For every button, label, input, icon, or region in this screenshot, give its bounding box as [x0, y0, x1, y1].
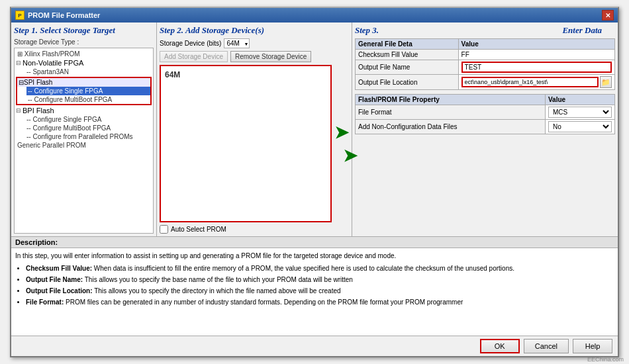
desc-bold-location: Output File Location:	[26, 287, 93, 295]
general-file-table: General File Deta Value Checksum Fill Va…	[355, 38, 615, 90]
desc-text-format: PROM files can be generated in any numbe…	[66, 298, 463, 306]
file-format-select-row: MCS BIN HEX	[548, 107, 612, 118]
flash-value-header: Value	[545, 95, 614, 105]
tree-item-configure-multiboot-fpga-spi[interactable]: -- Configure MultiBoot FPGA	[26, 95, 150, 104]
expand-icon: ⊟	[19, 79, 24, 86]
desc-text-location: This allows you to specify the directory…	[94, 287, 340, 295]
step2-arrow: ➤	[334, 122, 349, 143]
output-filename-input[interactable]	[461, 62, 612, 73]
tree-item-configure-single-fpga-spi[interactable]: -- Configure Single FPGA	[26, 87, 150, 95]
file-format-select[interactable]: MCS BIN HEX	[548, 107, 612, 118]
desc-bold-filename: Output File Name:	[26, 276, 83, 283]
nonvolatile-children: -- Spartan3AN	[16, 68, 152, 76]
step2-buttons: Add Storage Device Remove Storage Device	[160, 51, 349, 62]
tree-item-configure-multiboot-bpi[interactable]: -- Configure MultiBoot FPGA	[25, 124, 152, 132]
checksum-label: Checksum Fill Value	[356, 50, 459, 60]
output-filename-row: Output File Name	[356, 60, 615, 75]
bottom-bar: OK Cancel Help	[11, 336, 618, 356]
cancel-button[interactable]: Cancel	[524, 339, 569, 353]
description-item-location: Output File Location: This allows you to…	[26, 286, 614, 296]
device-bits-label: Storage Device (bits)	[160, 40, 221, 47]
desc-bold-format: File Format:	[26, 298, 64, 306]
device-list-item: 64M	[164, 69, 328, 81]
output-location-value: 📁	[458, 75, 614, 90]
tree-item-configure-single-bpi[interactable]: -- Configure Single FPGA	[25, 115, 152, 124]
folder-browse-button[interactable]: 📁	[600, 76, 612, 88]
auto-select-row: Auto Select PROM	[160, 225, 332, 234]
general-header: General File Deta	[356, 39, 459, 50]
tree-item-configure-paralleled[interactable]: -- Configure from Paralleled PROMs	[25, 132, 152, 141]
flash-prom-table: Flash/PROM File Property Value File Form…	[355, 94, 615, 134]
device-bits-row: Storage Device (bits) 64M 32M 16M 8M	[160, 38, 349, 48]
tree-item-spartan3an[interactable]: -- Spartan3AN	[25, 68, 152, 76]
step3-panel: Step 3. Enter Data ➤ General File Deta V…	[352, 23, 618, 236]
file-location-row: 📁	[461, 76, 612, 88]
nonvolatile-header[interactable]: ⊟ Non-Volatile FPGA	[16, 58, 152, 68]
output-filename-label: Output File Name	[356, 60, 459, 75]
file-format-row: File Format MCS BIN HEX	[356, 105, 615, 120]
add-storage-device-button[interactable]: Add Storage Device	[160, 51, 228, 62]
tree-label: SPI Flash	[24, 79, 52, 86]
output-location-row: Output File Location 📁	[356, 75, 615, 90]
file-format-label: File Format	[356, 105, 546, 120]
checksum-val-text: FF	[461, 51, 469, 58]
help-button[interactable]: Help	[573, 339, 612, 353]
desc-text-checksum: When data is insufficient to fill the en…	[94, 265, 514, 272]
auto-select-label: Auto Select PROM	[171, 226, 226, 233]
step1-panel: Step 1. Select Storage Target Storage De…	[11, 23, 157, 236]
tree-label: Non-Volatile FPGA	[23, 59, 83, 67]
window-title: PROM File Formatter	[28, 11, 100, 19]
tree-section-spi-flash: ⊟ SPI Flash -- Configure Single FPGA -- …	[16, 77, 152, 105]
step3-title: Step 3.	[355, 25, 379, 36]
expand-icon: ⊟	[16, 107, 21, 114]
output-location-label: Output File Location	[356, 75, 459, 90]
checksum-value: FF	[458, 50, 614, 60]
description-item-filename: Output File Name: This allows you to spe…	[26, 275, 614, 285]
app-icon: P	[15, 11, 24, 20]
tree-label: BPI Flash	[23, 107, 54, 114]
ok-button[interactable]: OK	[480, 339, 520, 353]
main-content: Step 1. Select Storage Target Storage De…	[11, 23, 618, 356]
non-config-label: Add Non-Configuration Data Files	[356, 120, 546, 134]
bpi-children: -- Configure Single FPGA -- Configure Mu…	[16, 115, 152, 141]
spi-children: -- Configure Single FPGA -- Configure Mu…	[17, 87, 150, 104]
steps-area: Step 1. Select Storage Target Storage De…	[11, 23, 618, 236]
tree-label: Configure MultiBoot FPGA	[34, 96, 112, 103]
storage-tree[interactable]: ⊞ Xilinx Flash/PROM ⊟ Non-Volatile FPGA …	[14, 48, 154, 234]
spi-header[interactable]: ⊟ SPI Flash	[17, 78, 150, 87]
remove-storage-device-button[interactable]: Remove Storage Device	[230, 51, 311, 62]
device-bits-select[interactable]: 64M 32M 16M 8M	[224, 38, 250, 48]
file-location-input[interactable]	[461, 77, 599, 87]
auto-select-checkbox[interactable]	[160, 225, 168, 234]
description-list: Checksum Fill Value: When data is insuff…	[15, 263, 614, 307]
tree-label: Configure Single FPGA	[32, 116, 101, 123]
bpi-header[interactable]: ⊟ BPI Flash	[16, 106, 152, 115]
tree-item-generic-prom[interactable]: Generic Parallel PROM	[16, 141, 152, 150]
flash-prom-header: Flash/PROM File Property	[356, 95, 546, 105]
device-list-box: 64M	[160, 65, 332, 222]
main-window: P PROM File Formatter ✕ Step 1. Select S…	[10, 7, 619, 357]
output-filename-value[interactable]	[458, 60, 614, 75]
value-header: Value	[458, 39, 614, 50]
description-item-checksum: Checksum Fill Value: When data is insuff…	[26, 263, 614, 273]
step2-left: 64M Auto Select PROM	[160, 65, 332, 234]
description-area: Description: In this step, you will ente…	[11, 236, 618, 336]
tree-label: Configure Single FPGA	[34, 87, 103, 95]
tree-section-bpi-flash: ⊟ BPI Flash -- Configure Single FPGA -- …	[16, 106, 152, 141]
step2-header: Step 2. Add Storage Device(s)	[160, 25, 349, 36]
desc-bold-checksum: Checksum Fill Value:	[26, 265, 92, 272]
step2-inner: 64M Auto Select PROM ➤	[160, 65, 349, 234]
step3-arrow: ➤	[343, 146, 358, 166]
device-bits-dropdown-wrapper[interactable]: 64M 32M 16M 8M	[224, 38, 250, 48]
non-config-data-row: Add Non-Configuration Data Files No Yes	[356, 120, 615, 134]
step3-header: Step 3. Enter Data	[355, 25, 615, 36]
storage-type-label: Storage Device Type :	[14, 38, 154, 46]
non-config-value: No Yes	[545, 120, 614, 134]
tree-item-xilinx[interactable]: ⊞ Xilinx Flash/PROM	[16, 50, 152, 58]
description-content: In this step, you will enter information…	[11, 248, 618, 336]
expand-icon: ⊞	[17, 50, 24, 58]
title-bar-left: P PROM File Formatter	[15, 11, 100, 20]
tree-label: Generic Parallel PROM	[17, 142, 86, 149]
close-button[interactable]: ✕	[602, 10, 614, 21]
non-config-select[interactable]: No Yes	[548, 121, 612, 132]
